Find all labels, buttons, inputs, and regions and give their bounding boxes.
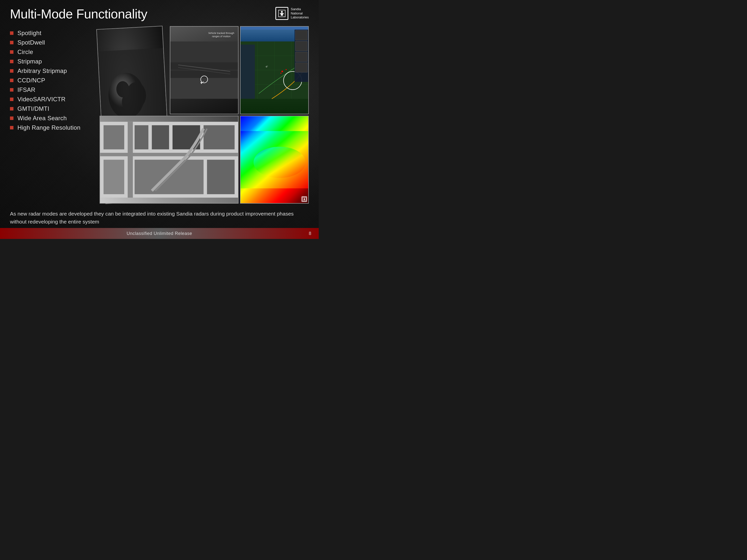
feature-label: SpotDwell xyxy=(18,39,45,46)
feature-label: VideoSAR/VICTR xyxy=(18,96,66,103)
elevation-svg xyxy=(240,116,308,203)
svg-rect-27 xyxy=(240,45,255,99)
bottom-description: As new radar modes are developed they ca… xyxy=(0,206,319,228)
svg-point-28 xyxy=(281,71,283,72)
svg-rect-38 xyxy=(135,125,148,149)
list-item: CCD/NCP xyxy=(10,76,95,85)
svg-rect-49 xyxy=(304,199,305,201)
vehicle-svg xyxy=(170,27,238,113)
bullet-icon xyxy=(10,126,14,129)
list-item: Spotlight xyxy=(10,29,95,37)
list-item: VideoSAR/VICTR xyxy=(10,95,95,104)
bullet-icon xyxy=(10,107,14,110)
bullet-icon xyxy=(10,41,14,44)
software-interface-image: -5° xyxy=(240,26,309,114)
bullet-icon xyxy=(10,60,14,63)
urban-sar-image xyxy=(100,116,238,204)
footer: Unclassified Unlimited Release 8 xyxy=(0,228,319,239)
list-item: IFSAR xyxy=(10,85,95,94)
feature-list: Spotlight SpotDwell Circle Stripmap Arbi… xyxy=(10,26,95,206)
list-item: Arbitrary Stripmap xyxy=(10,66,95,75)
bullet-icon xyxy=(10,116,14,120)
list-item: SpotDwell xyxy=(10,38,95,47)
main-content: Spotlight SpotDwell Circle Stripmap Arbi… xyxy=(0,24,319,206)
snl-logo-icon xyxy=(275,7,288,20)
svg-rect-41 xyxy=(204,125,235,149)
svg-rect-36 xyxy=(100,153,238,156)
svg-rect-35 xyxy=(128,122,133,197)
logo-area: Sandia National Laboratories xyxy=(275,7,309,20)
feature-label: Circle xyxy=(18,49,33,55)
svg-point-1 xyxy=(281,11,283,13)
slide-title: Multi-Mode Functionality xyxy=(10,7,148,21)
page-number: 8 xyxy=(309,231,311,236)
feature-label: GMTI/DMTI xyxy=(18,105,49,112)
snl-logo-svg xyxy=(277,9,286,18)
feature-label: Stripmap xyxy=(18,58,42,65)
feature-label: Wide Area Search xyxy=(18,115,67,122)
bullet-icon xyxy=(10,98,14,101)
svg-point-46 xyxy=(254,146,306,178)
bullet-icon xyxy=(10,50,14,54)
bullet-icon xyxy=(10,88,14,91)
svg-point-48 xyxy=(304,198,305,199)
svg-rect-4 xyxy=(282,13,284,14)
svg-point-30 xyxy=(280,73,281,74)
feature-label: High Range Resolution xyxy=(18,124,80,131)
slide-container: Multi-Mode Functionality Sandia National… xyxy=(0,0,319,239)
list-item: High Range Resolution xyxy=(10,123,95,132)
bullet-icon xyxy=(10,31,14,35)
header: Multi-Mode Functionality Sandia National… xyxy=(0,0,319,24)
svg-rect-3 xyxy=(280,13,281,14)
bullet-icon xyxy=(10,79,14,82)
svg-text:-5°: -5° xyxy=(265,65,268,68)
arrow-indicator xyxy=(198,80,205,88)
footer-text: Unclassified Unlimited Release xyxy=(127,231,192,236)
vehicle-caption: Vehicle tracked through ranges of motion xyxy=(208,32,234,38)
list-item: Stripmap xyxy=(10,57,95,66)
images-area: Vehicle tracked through ranges of motion xyxy=(100,26,309,206)
svg-rect-44 xyxy=(207,160,235,194)
elevation-color-image xyxy=(240,116,309,204)
bullet-icon xyxy=(10,69,14,73)
svg-rect-40 xyxy=(173,125,200,149)
description-paragraph: As new radar modes are developed they ca… xyxy=(10,210,309,225)
feature-label: Arbitrary Stripmap xyxy=(18,68,67,74)
svg-rect-39 xyxy=(152,125,169,149)
svg-point-29 xyxy=(286,69,287,70)
feature-label: Spotlight xyxy=(18,30,41,36)
list-item: GMTI/DMTI xyxy=(10,104,95,113)
logo-text: Sandia National Laboratories xyxy=(291,7,309,20)
list-item: Wide Area Search xyxy=(10,114,95,123)
urban-svg xyxy=(100,116,238,203)
feature-label: CCD/NCP xyxy=(18,77,45,84)
sw-right-panel xyxy=(294,30,308,82)
vehicle-tracking-image: Vehicle tracked through ranges of motion xyxy=(170,26,238,114)
list-item: Circle xyxy=(10,48,95,56)
svg-rect-37 xyxy=(104,125,124,149)
sw-titlebar xyxy=(240,27,308,30)
feature-label: IFSAR xyxy=(18,86,35,93)
snl-small-logo xyxy=(302,196,307,202)
svg-rect-42 xyxy=(104,160,124,194)
